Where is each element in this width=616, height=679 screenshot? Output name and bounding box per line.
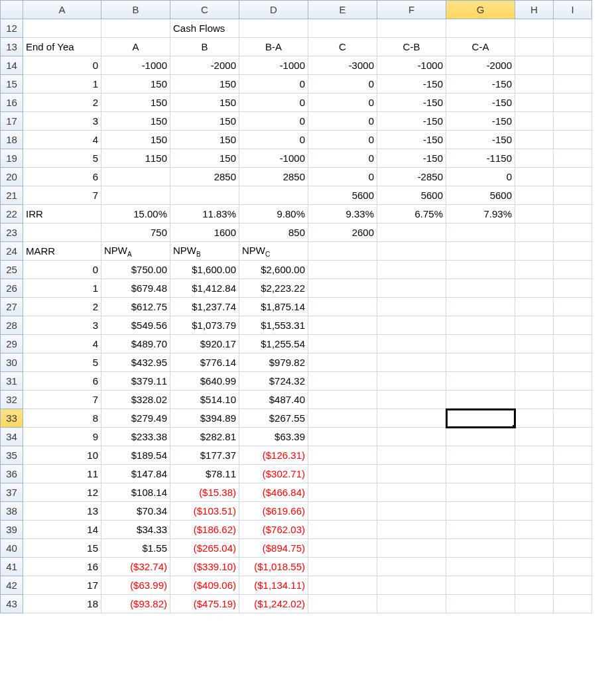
cell-H30[interactable] — [515, 353, 554, 372]
cell-A13[interactable]: End of Yea — [23, 38, 101, 56]
cell-D16[interactable]: 0 — [239, 93, 308, 112]
cell-F22[interactable]: 6.75% — [377, 205, 446, 223]
cell-I30[interactable] — [554, 353, 592, 372]
cell-F36[interactable] — [377, 465, 446, 483]
cell-C38[interactable]: ($103.51) — [170, 502, 239, 521]
cell-E23[interactable]: 2600 — [308, 223, 377, 242]
cell-C42[interactable]: ($409.06) — [170, 576, 239, 595]
cell-E42[interactable] — [308, 576, 377, 595]
cell-G16[interactable]: -150 — [446, 93, 515, 112]
cell-D19[interactable]: -1000 — [239, 149, 308, 168]
cell-H26[interactable] — [515, 279, 554, 298]
row-header-34[interactable]: 34 — [1, 428, 23, 446]
cell-A32[interactable]: 7 — [23, 391, 101, 409]
cell-E29[interactable] — [308, 335, 377, 353]
cell-F15[interactable]: -150 — [377, 75, 446, 93]
cell-C23[interactable]: 1600 — [170, 223, 239, 242]
cell-E25[interactable] — [308, 261, 377, 279]
cell-A27[interactable]: 2 — [23, 298, 101, 316]
cell-B13[interactable]: A — [101, 38, 170, 56]
cell-A22[interactable]: IRR — [23, 205, 101, 223]
cell-F27[interactable] — [377, 298, 446, 316]
cell-C15[interactable]: 150 — [170, 75, 239, 93]
cell-F42[interactable] — [377, 576, 446, 595]
cell-G30[interactable] — [446, 353, 515, 372]
cell-C29[interactable]: $920.17 — [170, 335, 239, 353]
cell-F37[interactable] — [377, 483, 446, 502]
cell-E28[interactable] — [308, 316, 377, 335]
cell-H18[interactable] — [515, 131, 554, 149]
cell-C27[interactable]: $1,237.74 — [170, 298, 239, 316]
cell-C36[interactable]: $78.11 — [170, 465, 239, 483]
cell-E13[interactable]: C — [308, 38, 377, 56]
cell-G40[interactable] — [446, 539, 515, 558]
cell-A42[interactable]: 17 — [23, 576, 101, 595]
cell-E32[interactable] — [308, 391, 377, 409]
cell-G19[interactable]: -1150 — [446, 149, 515, 168]
cell-H13[interactable] — [515, 38, 554, 56]
row-header-35[interactable]: 35 — [1, 446, 23, 465]
cell-C20[interactable]: 2850 — [170, 168, 239, 186]
cell-B24[interactable]: NPWA — [101, 242, 170, 261]
cell-C40[interactable]: ($265.04) — [170, 539, 239, 558]
cell-E34[interactable] — [308, 428, 377, 446]
cell-G37[interactable] — [446, 483, 515, 502]
cell-I12[interactable] — [554, 19, 592, 38]
cell-I18[interactable] — [554, 131, 592, 149]
cell-I33[interactable] — [554, 409, 592, 428]
cell-A35[interactable]: 10 — [23, 446, 101, 465]
cell-F43[interactable] — [377, 595, 446, 613]
row-header-13[interactable]: 13 — [1, 38, 23, 56]
cell-C34[interactable]: $282.81 — [170, 428, 239, 446]
cell-H33[interactable] — [515, 409, 554, 428]
cell-C19[interactable]: 150 — [170, 149, 239, 168]
cell-D31[interactable]: $724.32 — [239, 372, 308, 391]
cell-C17[interactable]: 150 — [170, 112, 239, 131]
cell-D17[interactable]: 0 — [239, 112, 308, 131]
cell-B41[interactable]: ($32.74) — [101, 558, 170, 576]
cell-A30[interactable]: 5 — [23, 353, 101, 372]
row-header-22[interactable]: 22 — [1, 205, 23, 223]
cell-D27[interactable]: $1,875.14 — [239, 298, 308, 316]
cell-I29[interactable] — [554, 335, 592, 353]
cell-H19[interactable] — [515, 149, 554, 168]
cell-A40[interactable]: 15 — [23, 539, 101, 558]
cell-G36[interactable] — [446, 465, 515, 483]
cell-G34[interactable] — [446, 428, 515, 446]
cell-C30[interactable]: $776.14 — [170, 353, 239, 372]
cell-G31[interactable] — [446, 372, 515, 391]
cell-H32[interactable] — [515, 391, 554, 409]
cell-I14[interactable] — [554, 56, 592, 75]
cell-E27[interactable] — [308, 298, 377, 316]
cell-G32[interactable] — [446, 391, 515, 409]
cell-E36[interactable] — [308, 465, 377, 483]
cell-G22[interactable]: 7.93% — [446, 205, 515, 223]
cell-E39[interactable] — [308, 521, 377, 539]
cell-E14[interactable]: -3000 — [308, 56, 377, 75]
cell-E19[interactable]: 0 — [308, 149, 377, 168]
cell-A21[interactable]: 7 — [23, 186, 101, 205]
cell-H24[interactable] — [515, 242, 554, 261]
cell-C39[interactable]: ($186.62) — [170, 521, 239, 539]
cell-A43[interactable]: 18 — [23, 595, 101, 613]
cell-C26[interactable]: $1,412.84 — [170, 279, 239, 298]
cell-H29[interactable] — [515, 335, 554, 353]
cell-I15[interactable] — [554, 75, 592, 93]
cell-E40[interactable] — [308, 539, 377, 558]
cell-E22[interactable]: 9.33% — [308, 205, 377, 223]
cell-I26[interactable] — [554, 279, 592, 298]
row-header-18[interactable]: 18 — [1, 131, 23, 149]
cell-A16[interactable]: 2 — [23, 93, 101, 112]
cell-B29[interactable]: $489.70 — [101, 335, 170, 353]
cell-E20[interactable]: 0 — [308, 168, 377, 186]
cell-E35[interactable] — [308, 446, 377, 465]
cell-I21[interactable] — [554, 186, 592, 205]
cell-I40[interactable] — [554, 539, 592, 558]
cell-I42[interactable] — [554, 576, 592, 595]
cell-B14[interactable]: -1000 — [101, 56, 170, 75]
cell-D25[interactable]: $2,600.00 — [239, 261, 308, 279]
cell-D35[interactable]: ($126.31) — [239, 446, 308, 465]
cell-G41[interactable] — [446, 558, 515, 576]
cell-B30[interactable]: $432.95 — [101, 353, 170, 372]
cell-H38[interactable] — [515, 502, 554, 521]
